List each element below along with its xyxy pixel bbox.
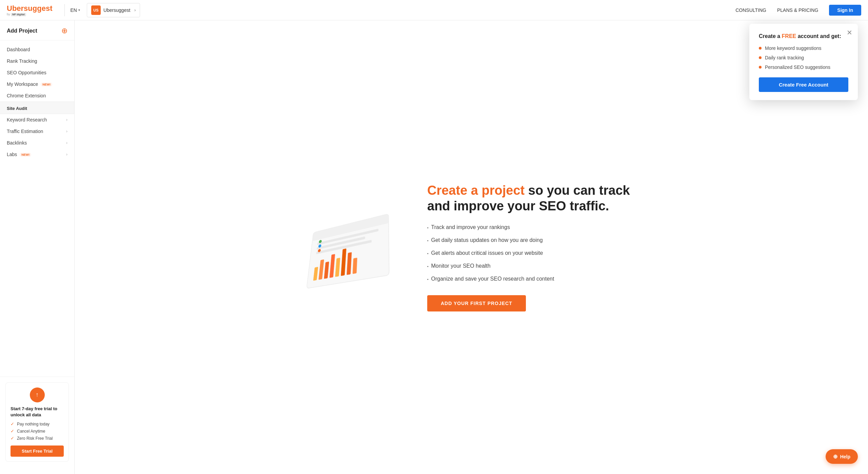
hero-headline: Create a project so you can track and im… bbox=[427, 183, 644, 214]
sidebar-item-backlinks[interactable]: Backlinks › bbox=[0, 137, 74, 149]
popup-dot-icon bbox=[759, 56, 762, 59]
sidebar-item-traffic-estimation[interactable]: Traffic Estimation › bbox=[0, 126, 74, 137]
traffic-estimation-arrow-icon: › bbox=[66, 129, 67, 134]
create-free-account-button[interactable]: Create Free Account bbox=[759, 77, 848, 92]
sidebar-item-labs[interactable]: Labs NEW! › bbox=[0, 149, 74, 160]
bullet-dot: • bbox=[427, 238, 429, 243]
popup-dot-icon bbox=[759, 47, 762, 50]
labs-arrow-icon: › bbox=[66, 152, 67, 157]
trial-card: ↑ Start 7-day free trial to unlock all d… bbox=[5, 382, 69, 462]
popup-list: More keyword suggestions Daily rank trac… bbox=[759, 45, 848, 70]
popup-title-free: FREE bbox=[782, 33, 796, 39]
bullet-item: •Organize and save your SEO research and… bbox=[427, 275, 644, 283]
svg-rect-10 bbox=[353, 258, 357, 274]
trial-icon: ↑ bbox=[30, 387, 45, 402]
bullet-dot: • bbox=[427, 277, 429, 282]
add-first-project-button[interactable]: ADD YOUR FIRST PROJECT bbox=[427, 295, 526, 311]
sidebar: Add Project ⊕ Dashboard Rank Tracking SE… bbox=[0, 20, 75, 474]
layout: Add Project ⊕ Dashboard Rank Tracking SE… bbox=[0, 20, 868, 474]
project-icon: US bbox=[91, 5, 101, 15]
popup-list-item: Personalized SEO suggestions bbox=[759, 64, 848, 70]
lang-selector[interactable]: EN ▾ bbox=[70, 7, 80, 13]
header: Ubersuggest by NP digital EN ▾ US Ubersu… bbox=[0, 0, 868, 20]
headline-orange: Create a project bbox=[427, 183, 525, 197]
popup-title-prefix: Create a bbox=[759, 33, 782, 39]
logo-text-group: Ubersuggest by NP digital bbox=[7, 4, 52, 16]
help-icon: ⊕ bbox=[833, 453, 837, 460]
popup-list-item: Daily rank tracking bbox=[759, 55, 848, 60]
popup-title: Create a FREE account and get: bbox=[759, 33, 848, 39]
sidebar-item-label: SEO Opportunities bbox=[7, 70, 46, 75]
sidebar-item-label: My Workspace NEW! bbox=[7, 81, 52, 87]
workspace-new-badge: NEW! bbox=[41, 82, 52, 87]
sidebar-item-label: Backlinks bbox=[7, 140, 27, 146]
check-icon: ✓ bbox=[11, 436, 14, 441]
bullet-item: •Get alerts about critical issues on you… bbox=[427, 249, 644, 257]
trial-title: Start 7-day free trial to unlock all dat… bbox=[11, 406, 64, 418]
hero-image bbox=[298, 196, 407, 299]
logo: Ubersuggest by NP digital bbox=[7, 4, 52, 16]
sidebar-item-dashboard[interactable]: Dashboard bbox=[0, 44, 74, 55]
lang-label: EN bbox=[70, 7, 77, 13]
sidebar-item-label: Chrome Extension bbox=[7, 93, 46, 98]
add-project-label: Add Project bbox=[7, 28, 37, 34]
bullet-dot: • bbox=[427, 225, 429, 230]
signin-button[interactable]: Sign In bbox=[829, 5, 861, 16]
nav-consulting[interactable]: CONSULTING bbox=[735, 7, 766, 13]
trial-icon-wrap: ↑ bbox=[11, 387, 64, 402]
trial-button[interactable]: Start Free Trial bbox=[11, 445, 64, 457]
add-project-header: Add Project ⊕ bbox=[0, 20, 74, 40]
bullet-item: •Get daily status updates on how you are… bbox=[427, 236, 644, 244]
bullet-dot: • bbox=[427, 264, 429, 269]
bullet-item: •Track and improve your rankings bbox=[427, 223, 644, 231]
hero-section: Create a project so you can track and im… bbox=[285, 169, 658, 325]
sidebar-section-site-audit[interactable]: Site Audit bbox=[0, 101, 74, 114]
sidebar-item-keyword-research[interactable]: Keyword Research › bbox=[0, 114, 74, 126]
popup-card: ✕ Create a FREE account and get: More ke… bbox=[749, 24, 858, 100]
backlinks-arrow-icon: › bbox=[66, 140, 67, 145]
popup-title-suffix: account and get: bbox=[796, 33, 841, 39]
sidebar-item-rank-tracking[interactable]: Rank Tracking bbox=[0, 55, 74, 67]
keyword-research-arrow-icon: › bbox=[66, 117, 67, 122]
bullet-item: •Monitor your SEO health bbox=[427, 262, 644, 270]
logo-sub: by NP digital bbox=[7, 13, 26, 16]
trial-list: ✓Pay nothing today ✓Cancel Anytime ✓Zero… bbox=[11, 421, 64, 441]
header-nav: CONSULTING PLANS & PRICING Sign In bbox=[735, 5, 861, 16]
add-project-icon[interactable]: ⊕ bbox=[61, 26, 67, 35]
project-selector[interactable]: US Ubersuggest › bbox=[87, 3, 140, 17]
popup-close-button[interactable]: ✕ bbox=[847, 29, 852, 37]
bullet-dot: • bbox=[427, 251, 429, 256]
sidebar-bottom: ↑ Start 7-day free trial to unlock all d… bbox=[0, 377, 74, 467]
hero-text: Create a project so you can track and im… bbox=[427, 183, 644, 311]
sidebar-item-seo-opportunities[interactable]: SEO Opportunities bbox=[0, 67, 74, 78]
nav-plans-pricing[interactable]: PLANS & PRICING bbox=[777, 7, 818, 13]
logo-ubersuggest: Ubersuggest bbox=[7, 4, 52, 13]
sidebar-item-label: Keyword Research bbox=[7, 117, 47, 122]
help-button[interactable]: ⊕ Help bbox=[826, 449, 858, 464]
lang-arrow-icon: ▾ bbox=[78, 8, 80, 12]
trial-list-item: ✓Pay nothing today bbox=[11, 421, 64, 426]
popup-list-item: More keyword suggestions bbox=[759, 45, 848, 51]
main-content: Create a project so you can track and im… bbox=[75, 20, 868, 474]
project-name: Ubersuggest bbox=[103, 7, 130, 13]
trial-list-item: ✓Zero Risk Free Trial bbox=[11, 436, 64, 441]
labs-new-badge: NEW! bbox=[20, 153, 31, 157]
hero-bullets: •Track and improve your rankings •Get da… bbox=[427, 223, 644, 283]
trial-list-item: ✓Cancel Anytime bbox=[11, 429, 64, 434]
project-arrow-icon: › bbox=[134, 8, 136, 13]
sidebar-item-my-workspace[interactable]: My Workspace NEW! bbox=[0, 78, 74, 90]
sidebar-item-chrome-extension[interactable]: Chrome Extension bbox=[0, 90, 74, 101]
sidebar-item-label: Rank Tracking bbox=[7, 58, 37, 64]
check-icon: ✓ bbox=[11, 421, 14, 426]
dashboard-illustration bbox=[298, 196, 409, 304]
check-icon: ✓ bbox=[11, 429, 14, 434]
sidebar-menu: Dashboard Rank Tracking SEO Opportunitie… bbox=[0, 40, 74, 164]
sidebar-item-label: Traffic Estimation bbox=[7, 129, 43, 134]
popup-dot-icon bbox=[759, 66, 762, 69]
sidebar-item-label: Labs NEW! bbox=[7, 152, 31, 157]
header-divider bbox=[64, 4, 65, 16]
sidebar-item-label: Dashboard bbox=[7, 47, 30, 52]
help-label: Help bbox=[840, 454, 850, 459]
